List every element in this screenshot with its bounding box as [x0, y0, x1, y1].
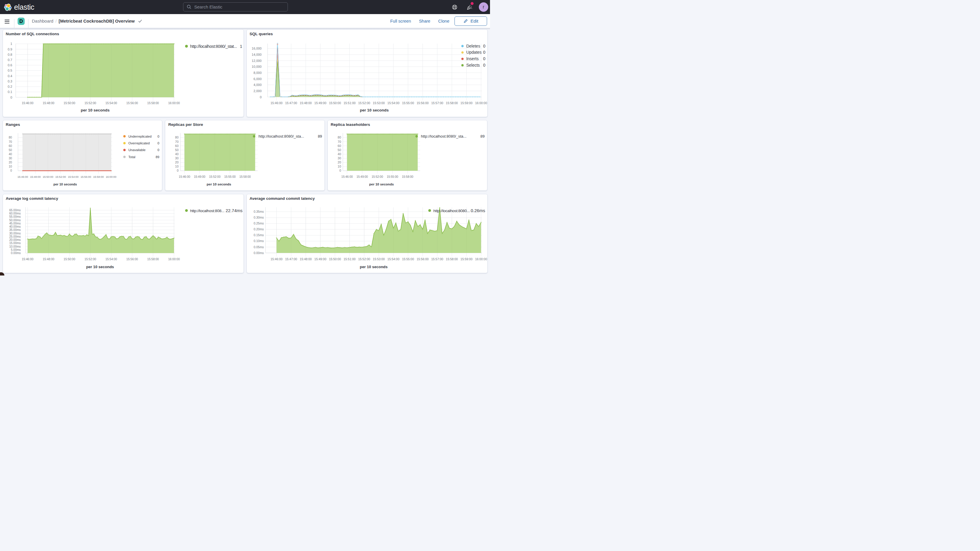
svg-text:0: 0	[483, 50, 485, 54]
svg-text:16:00:00: 16:00:00	[475, 101, 487, 105]
svg-text:0: 0	[177, 169, 179, 172]
svg-text:0.7: 0.7	[8, 58, 12, 62]
svg-text:Inserts: Inserts	[466, 56, 479, 61]
svg-text:15:48:00: 15:48:00	[299, 257, 312, 261]
svg-text:10,000: 10,000	[251, 65, 261, 68]
svg-text:15:49:00: 15:49:00	[194, 175, 205, 178]
svg-text:15:48:00: 15:48:00	[43, 258, 54, 261]
svg-text:4,000: 4,000	[253, 83, 261, 86]
svg-text:15:55:00: 15:55:00	[387, 175, 398, 178]
svg-text:15:59:00: 15:59:00	[460, 101, 473, 105]
svg-text:0.00ms: 0.00ms	[11, 252, 21, 255]
svg-text:0: 0	[483, 62, 485, 67]
svg-text:89: 89	[480, 134, 484, 139]
svg-text:15:46:00: 15:46:00	[270, 101, 282, 105]
svg-text:http://localhost:808...: http://localhost:808...	[190, 209, 224, 213]
svg-text:0.3: 0.3	[8, 79, 12, 83]
svg-text:0.5: 0.5	[8, 68, 12, 72]
svg-text:15:56:00: 15:56:00	[416, 101, 428, 105]
svg-text:0.4: 0.4	[8, 74, 12, 78]
svg-text:per 10 seconds: per 10 seconds	[86, 264, 114, 269]
svg-text:0.26ms: 0.26ms	[471, 208, 485, 213]
svg-text:25.00ms: 25.00ms	[9, 235, 21, 238]
svg-text:http://localhost:8080/_stat...: http://localhost:8080/_stat...	[190, 44, 237, 49]
svg-text:15:58:00: 15:58:00	[147, 102, 159, 105]
svg-text:0.8: 0.8	[8, 53, 12, 56]
svg-text:1: 1	[10, 42, 12, 46]
svg-text:80: 80	[338, 135, 341, 139]
svg-text:60: 60	[8, 144, 12, 147]
svg-text:Underreplicated: Underreplicated	[128, 134, 151, 138]
svg-text:15:49:00: 15:49:00	[314, 257, 326, 261]
svg-text:40: 40	[175, 152, 179, 156]
svg-text:5.00ms: 5.00ms	[11, 248, 21, 251]
svg-text:2,000: 2,000	[253, 89, 261, 92]
svg-text:15:47:00: 15:47:00	[285, 101, 297, 105]
svg-text:0.6: 0.6	[8, 64, 12, 67]
svg-text:8,000: 8,000	[253, 71, 261, 74]
svg-text:15:53:00: 15:53:00	[372, 257, 385, 261]
svg-text:20: 20	[175, 161, 179, 164]
svg-text:15:50:00: 15:50:00	[43, 175, 53, 178]
svg-text:15:58:00: 15:58:00	[239, 175, 251, 178]
svg-text:Deletes: Deletes	[466, 43, 480, 48]
svg-text:15:47:00: 15:47:00	[285, 257, 297, 261]
svg-text:15:58:00: 15:58:00	[446, 257, 458, 261]
svg-text:15:50:00: 15:50:00	[64, 258, 75, 261]
svg-text:15:52:00: 15:52:00	[84, 258, 96, 261]
svg-text:50: 50	[338, 148, 341, 151]
svg-text:15:58:00: 15:58:00	[147, 258, 159, 261]
svg-text:15:52:00: 15:52:00	[372, 175, 383, 178]
svg-text:0: 0	[157, 148, 159, 152]
svg-text:70: 70	[338, 140, 341, 143]
svg-text:30: 30	[8, 157, 12, 160]
svg-text:per 10 seconds: per 10 seconds	[369, 182, 394, 186]
svg-text:16,000: 16,000	[251, 47, 261, 50]
svg-text:15:58:00: 15:58:00	[402, 175, 414, 178]
svg-text:0: 0	[483, 43, 485, 48]
svg-text:15:49:00: 15:49:00	[356, 175, 368, 178]
svg-text:15:58:00: 15:58:00	[446, 101, 458, 105]
svg-text:15:46:00: 15:46:00	[270, 257, 282, 261]
svg-text:http://localhost:8080/_sta...: http://localhost:8080/_sta...	[258, 134, 304, 139]
svg-text:15:54:00: 15:54:00	[387, 257, 399, 261]
svg-text:60: 60	[175, 144, 179, 147]
svg-text:0: 0	[157, 134, 159, 138]
svg-text:60.00ms: 60.00ms	[9, 212, 21, 215]
svg-text:45.00ms: 45.00ms	[9, 221, 21, 225]
svg-text:per 10 seconds: per 10 seconds	[360, 108, 388, 112]
svg-text:0: 0	[10, 96, 12, 99]
svg-text:15:46:00: 15:46:00	[179, 175, 191, 178]
svg-text:0.00ms: 0.00ms	[253, 251, 264, 254]
svg-text:55.00ms: 55.00ms	[9, 215, 21, 218]
svg-text:15:55:00: 15:55:00	[224, 175, 236, 178]
svg-text:30: 30	[175, 156, 179, 160]
svg-text:15:52:00: 15:52:00	[84, 102, 96, 105]
svg-text:40: 40	[8, 152, 12, 156]
svg-text:70: 70	[175, 140, 179, 143]
svg-text:15:52:00: 15:52:00	[358, 257, 370, 261]
svg-text:Updates: Updates	[466, 50, 482, 54]
svg-text:10: 10	[8, 165, 12, 168]
svg-text:50: 50	[8, 148, 12, 151]
svg-text:15:46:00: 15:46:00	[18, 175, 28, 178]
svg-text:15:46:00: 15:46:00	[22, 258, 33, 261]
svg-text:0.1: 0.1	[8, 90, 12, 94]
svg-text:per 10 seconds: per 10 seconds	[53, 182, 76, 186]
svg-text:40.00ms: 40.00ms	[9, 225, 21, 228]
svg-text:15.00ms: 15.00ms	[9, 242, 21, 245]
svg-text:14,000: 14,000	[251, 53, 261, 56]
svg-text:15:50:00: 15:50:00	[329, 257, 341, 261]
svg-text:http://localhost:8080/_sta...: http://localhost:8080/_sta...	[421, 134, 466, 139]
svg-text:15:52:00: 15:52:00	[55, 175, 66, 178]
svg-text:0.2: 0.2	[8, 85, 12, 88]
svg-text:15:48:00: 15:48:00	[30, 175, 40, 178]
svg-text:10: 10	[338, 165, 341, 168]
svg-text:15:59:00: 15:59:00	[460, 257, 473, 261]
svg-text:22.74ms: 22.74ms	[225, 208, 242, 213]
svg-text:Overreplicated: Overreplicated	[128, 141, 150, 145]
svg-text:65.00ms: 65.00ms	[9, 208, 21, 212]
svg-text:70: 70	[8, 140, 12, 143]
svg-text:15:56:00: 15:56:00	[416, 257, 428, 261]
svg-text:10.00ms: 10.00ms	[9, 245, 21, 248]
